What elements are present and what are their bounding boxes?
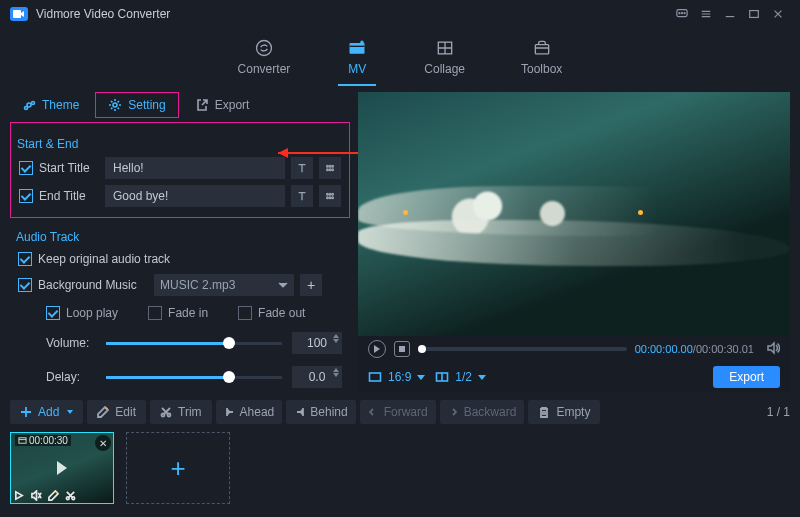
- svg-rect-10: [535, 45, 548, 54]
- audio-heading: Audio Track: [16, 230, 342, 244]
- loop-play-checkbox[interactable]: Loop play: [46, 306, 118, 320]
- delay-slider[interactable]: [106, 376, 282, 379]
- svg-point-18: [327, 169, 329, 171]
- keep-audio-label: Keep original audio track: [38, 252, 170, 266]
- bgm-dropdown[interactable]: MUSIC 2.mp3: [154, 274, 294, 296]
- nav-toolbox[interactable]: Toolbox: [513, 34, 570, 86]
- tab-theme-label: Theme: [42, 98, 79, 112]
- fade-out-checkbox[interactable]: Fade out: [238, 306, 305, 320]
- svg-point-2: [679, 13, 680, 14]
- add-clip-button[interactable]: +: [126, 432, 230, 504]
- start-end-heading: Start & End: [17, 137, 341, 151]
- top-nav: Converter MV Collage Toolbox: [0, 28, 800, 88]
- video-preview[interactable]: [358, 92, 790, 336]
- svg-rect-27: [370, 373, 381, 381]
- left-panel: Theme Setting Export Start & End Start T…: [10, 92, 350, 392]
- svg-point-13: [25, 107, 28, 110]
- menu-icon[interactable]: [694, 4, 718, 24]
- start-title-more-button[interactable]: [319, 157, 341, 179]
- add-button[interactable]: Add: [10, 400, 83, 424]
- svg-point-15: [327, 165, 329, 167]
- backward-button[interactable]: Backward: [440, 400, 525, 424]
- end-title-input[interactable]: [105, 185, 285, 207]
- clip-remove-icon[interactable]: [95, 435, 111, 451]
- end-title-label: End Title: [39, 189, 99, 203]
- volume-value[interactable]: 100: [292, 332, 342, 354]
- end-title-font-button[interactable]: [291, 185, 313, 207]
- tab-setting[interactable]: Setting: [95, 92, 178, 118]
- svg-rect-5: [750, 11, 759, 18]
- clip-edit-icon[interactable]: [48, 490, 59, 501]
- end-title-more-button[interactable]: [319, 185, 341, 207]
- nav-collage-label: Collage: [424, 62, 465, 76]
- aspect-ratio-dropdown[interactable]: 16:9: [368, 370, 425, 384]
- preview-options: 16:9 1/2 Export: [358, 362, 790, 392]
- nav-collage[interactable]: Collage: [416, 34, 473, 86]
- svg-point-26: [332, 197, 334, 199]
- clip-mute-icon[interactable]: [31, 490, 42, 501]
- fadein-label: Fade in: [168, 306, 208, 320]
- tab-export[interactable]: Export: [183, 92, 262, 118]
- timecode: 00:00:00.00/00:00:30.01: [635, 343, 754, 355]
- start-title-font-button[interactable]: [291, 157, 313, 179]
- svg-point-17: [332, 165, 334, 167]
- delay-value[interactable]: 0.0: [292, 366, 342, 388]
- export-button[interactable]: Export: [713, 366, 780, 388]
- svg-point-3: [681, 13, 682, 14]
- stop-button[interactable]: [394, 341, 410, 357]
- forward-button[interactable]: Forward: [360, 400, 436, 424]
- tool-row: Add Edit Trim Ahead Behind Forward Backw…: [0, 392, 800, 428]
- svg-point-23: [332, 193, 334, 195]
- audio-section: Audio Track Keep original audio track Ba…: [10, 218, 350, 392]
- split-view-dropdown[interactable]: 1/2: [435, 370, 486, 384]
- seek-bar[interactable]: [418, 347, 627, 351]
- svg-point-25: [329, 197, 331, 199]
- empty-button[interactable]: Empty: [528, 400, 600, 424]
- preview-panel: 00:00:00.00/00:00:30.01 16:9 1/2 Export: [358, 92, 790, 392]
- clip-thumbnail[interactable]: 00:00:30: [10, 432, 114, 504]
- behind-button[interactable]: Behind: [286, 400, 355, 424]
- close-icon[interactable]: [766, 4, 790, 24]
- start-title-checkbox[interactable]: [19, 161, 33, 175]
- nav-converter-label: Converter: [238, 62, 291, 76]
- svg-point-29: [106, 408, 108, 410]
- start-title-label: Start Title: [39, 161, 99, 175]
- start-title-input[interactable]: [105, 157, 285, 179]
- svg-point-8: [361, 41, 364, 44]
- tab-theme[interactable]: Theme: [10, 92, 91, 118]
- feedback-icon[interactable]: [670, 4, 694, 24]
- clip-trim-icon[interactable]: [65, 490, 76, 501]
- clip-play-icon: [57, 461, 67, 475]
- nav-mv-label: MV: [348, 62, 366, 76]
- maximize-icon[interactable]: [742, 4, 766, 24]
- minimize-icon[interactable]: [718, 4, 742, 24]
- svg-point-33: [56, 491, 58, 493]
- volume-icon[interactable]: [766, 341, 780, 358]
- bgm-checkbox[interactable]: [18, 278, 32, 292]
- play-button[interactable]: [368, 340, 386, 358]
- player-controls: 00:00:00.00/00:00:30.01: [358, 336, 790, 362]
- app-logo: [10, 7, 28, 21]
- tab-export-label: Export: [215, 98, 250, 112]
- fade-in-checkbox[interactable]: Fade in: [148, 306, 208, 320]
- svg-point-20: [332, 169, 334, 171]
- edit-button[interactable]: Edit: [87, 400, 146, 424]
- pager: 1 / 1: [767, 405, 790, 419]
- svg-point-22: [329, 193, 331, 195]
- nav-toolbox-label: Toolbox: [521, 62, 562, 76]
- bgm-selected: MUSIC 2.mp3: [160, 278, 235, 292]
- trim-button[interactable]: Trim: [150, 400, 212, 424]
- bgm-add-button[interactable]: +: [300, 274, 322, 296]
- nav-mv[interactable]: MV: [338, 34, 376, 86]
- svg-rect-7: [350, 43, 365, 54]
- loop-label: Loop play: [66, 306, 118, 320]
- nav-converter[interactable]: Converter: [230, 34, 299, 86]
- ahead-button[interactable]: Ahead: [216, 400, 283, 424]
- end-title-checkbox[interactable]: [19, 189, 33, 203]
- clip-play-tool-icon[interactable]: [14, 490, 25, 501]
- clip-tool-icons: [14, 490, 76, 501]
- svg-point-12: [32, 102, 35, 105]
- timeline: 00:00:30 +: [0, 428, 800, 514]
- volume-slider[interactable]: [106, 342, 282, 345]
- keep-audio-checkbox[interactable]: [18, 252, 32, 266]
